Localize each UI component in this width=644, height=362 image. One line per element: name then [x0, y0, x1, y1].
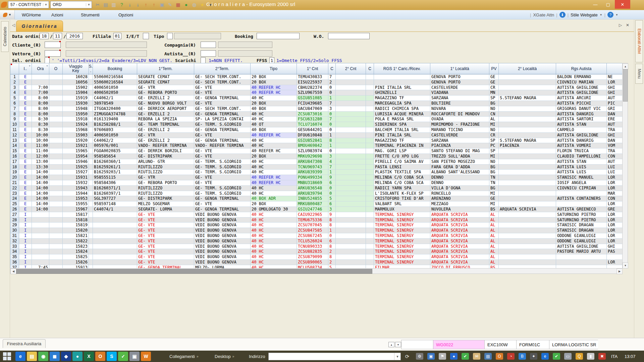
autista-field[interactable]	[201, 50, 216, 57]
cell-booking[interactable]: 4006501050	[93, 85, 137, 90]
cell-c1[interactable]: 5	[328, 196, 336, 201]
cell-s[interactable]	[89, 122, 93, 127]
table-row[interactable]: 24E14:0015953SGL397727GE- DISTRIPARKGE- …	[10, 196, 622, 201]
table-row[interactable]: 15E11:0015965FGOA0020835GE- DERRIK BORZO…	[10, 148, 622, 154]
taskbar-app-teal[interactable]: ●	[72, 352, 83, 361]
cell-autista[interactable]: CIOVNICU CIPRIAN	[556, 186, 607, 191]
cell-cnt1[interactable]: PONU499334	[297, 175, 328, 180]
cell-rgs[interactable]: TERMINAL SINERGY	[374, 223, 430, 228]
cell-booking[interactable]	[93, 244, 137, 249]
cell-booking[interactable]: SGL397727	[93, 196, 137, 201]
cell-pv[interactable]: MI	[489, 154, 499, 159]
cell-ie[interactable]: E	[19, 117, 32, 122]
cell-vk[interactable]: 15918	[63, 117, 89, 122]
cell-n[interactable]: 20	[10, 175, 19, 180]
finestra-ausiliaria-tab[interactable]: Finestra Ausiliaria	[3, 339, 46, 348]
cell-ie[interactable]: I	[19, 212, 32, 218]
cell-x[interactable]: GHI	[607, 85, 622, 90]
taskbar-app-blue[interactable]: ◼	[50, 352, 60, 361]
cell-loc1[interactable]: ARQUATA SCRIVIA	[430, 212, 489, 218]
cell-c1[interactable]: 1	[328, 96, 336, 101]
cell-n[interactable]: 17	[10, 159, 19, 165]
cell-cnt1[interactable]: TEMU430833	[297, 74, 328, 80]
cell-n[interactable]: 34	[10, 249, 19, 254]
cell-s[interactable]	[89, 127, 93, 133]
cell-o[interactable]	[49, 180, 63, 186]
cell-t1[interactable]: SEGRATE CEMAT	[137, 74, 194, 80]
cell-c2[interactable]	[366, 233, 374, 239]
cell-s[interactable]	[89, 170, 93, 175]
cell-s[interactable]	[89, 175, 93, 180]
cell-ie[interactable]: E	[19, 175, 32, 180]
cell-t2[interactable]: GE- GENOA TERMINAL	[194, 127, 251, 133]
cell-t1[interactable]: SEGRATE CEMAT	[137, 80, 194, 85]
cell-loc1[interactable]: SARZANA	[430, 96, 489, 101]
cell-n[interactable]: 10	[10, 122, 19, 127]
cell-loc1[interactable]: ROCCAFORTE DI MONDOV	[430, 112, 489, 117]
cell-cnt2[interactable]	[336, 106, 366, 112]
cell-x[interactable]: LOR	[607, 228, 622, 233]
cell-x[interactable]: GRI	[607, 106, 622, 112]
cell-rgs[interactable]: TERMINAL SINERGY	[374, 228, 430, 233]
table-row[interactable]: 9E8:30159180161319408REBORA LA SPEZIASP-…	[10, 117, 622, 122]
cell-n[interactable]: 4	[10, 90, 19, 96]
cell-t2[interactable]: VEDI BUONO GENOVA	[194, 218, 251, 223]
cell-c2[interactable]	[366, 223, 374, 228]
table-row[interactable]: 19E14:0015927B16259203/1RIUTILIZZOGE- TE…	[10, 170, 622, 175]
tab-scroll-left-icon[interactable]: ◁	[12, 23, 15, 27]
download-plus-icon[interactable]: ↓	[126, 1, 133, 8]
cell-o[interactable]	[49, 90, 63, 96]
cell-o[interactable]	[49, 228, 63, 233]
cell-loc2[interactable]	[499, 122, 556, 127]
cell-loc1[interactable]: ALBANO SANT'ALESSAND	[430, 170, 489, 175]
cell-loc2[interactable]	[499, 191, 556, 196]
cell-cnt2[interactable]	[336, 80, 366, 85]
cell-ie[interactable]: E	[19, 154, 32, 159]
cell-o[interactable]	[49, 112, 63, 117]
cell-n[interactable]: 25	[10, 201, 19, 207]
cell-autista[interactable]: PASTORE MARIO ARTU	[556, 249, 607, 254]
cell-ora[interactable]: 8:30	[32, 117, 49, 122]
cell-n[interactable]: 12	[10, 133, 19, 138]
cell-vk[interactable]: 15924	[63, 122, 89, 127]
cell-cnt1[interactable]: GESU644201	[297, 127, 328, 133]
cell-o[interactable]	[49, 96, 63, 101]
cell-vk[interactable]: 15967	[63, 207, 89, 212]
cell-s[interactable]	[89, 207, 93, 212]
column-header-c2[interactable]: C	[366, 63, 374, 74]
cell-autista[interactable]: ODDONE GIANLUIGI	[556, 233, 607, 239]
cell-o[interactable]	[49, 127, 63, 133]
cell-autista[interactable]: SATURNINO PIETRO	[556, 212, 607, 218]
cell-c2[interactable]	[366, 133, 374, 138]
cell-n[interactable]: 5	[10, 96, 19, 101]
cell-cnt2[interactable]	[336, 112, 366, 117]
cell-loc1[interactable]: ARQUATA SCRIVIA	[430, 218, 489, 223]
cell-s[interactable]	[89, 74, 93, 80]
minimize-button[interactable]: —	[589, 0, 601, 9]
cell-c2[interactable]	[366, 90, 374, 96]
table-row[interactable]: 18E13:3015925B16259261/1RIUTILIZZOGE- TE…	[10, 165, 622, 170]
cell-t1[interactable]: GE- VTE	[137, 228, 194, 233]
cell-pv[interactable]: BS	[489, 207, 499, 212]
table-row[interactable]: 28I15818GE- VTEVEDI BUONO GENOVA40 HCTEM…	[10, 218, 622, 223]
cell-cnt2[interactable]	[336, 254, 366, 260]
tray-clock-icon[interactable]: ◔	[507, 353, 515, 360]
cell-rgs[interactable]: MELINDA C/O COBA SCA	[374, 175, 430, 180]
cell-pv[interactable]: SP	[489, 138, 499, 143]
module-select[interactable]: ORD ▼	[50, 1, 92, 8]
cell-ora[interactable]: 11:00	[32, 143, 49, 148]
cell-c2[interactable]	[366, 85, 374, 90]
cell-rgs[interactable]: RADICI YARN SPA	[374, 186, 430, 191]
cell-t2[interactable]: GE- TERM. S.GIORGIO	[194, 165, 251, 170]
cell-loc2[interactable]	[499, 101, 556, 106]
cell-n[interactable]: 19	[10, 170, 19, 175]
cell-loc2[interactable]	[499, 175, 556, 180]
cell-rgs[interactable]: PINI ITALIA SRL	[374, 133, 430, 138]
cell-x[interactable]: LOR	[607, 218, 622, 223]
cell-vk[interactable]: 15944	[63, 191, 89, 196]
cell-vk[interactable]: 16056	[63, 80, 89, 85]
cell-o[interactable]	[49, 265, 63, 268]
cell-x[interactable]: PIC	[607, 101, 622, 106]
compagnia-field[interactable]	[201, 42, 216, 48]
cell-c1[interactable]: 3	[328, 154, 336, 159]
